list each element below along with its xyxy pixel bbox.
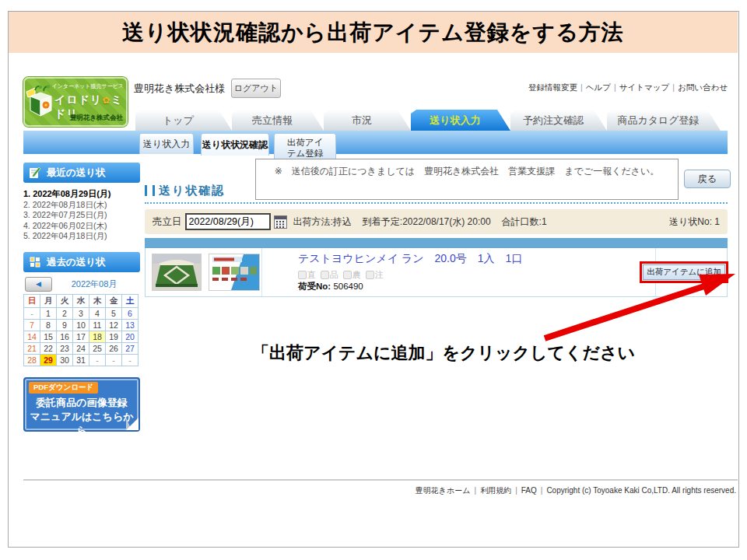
blocks-icon [29,256,41,268]
calendar-day[interactable]: 29 [40,355,57,366]
calendar-day[interactable]: 9 [57,320,73,331]
calendar-day[interactable]: 3 [73,308,89,320]
slide-title: 送り状状況確認から出荷アイテム登録をする方法 [9,12,738,53]
utility-link[interactable]: 登録情報変更 [528,82,577,92]
subtab-送り状入力[interactable]: 送り状入力 [139,133,194,154]
flag-label: 直 [307,269,316,281]
calendar-day[interactable]: 23 [57,343,73,355]
subtab-bar [23,131,728,154]
item-table-header [145,238,728,248]
logged-in-user: 豊明花き株式会社様 [134,82,225,96]
calendar-day[interactable]: 14 [24,331,40,343]
tab-市況[interactable]: 市況 [324,110,411,131]
calendar-day: - [89,355,106,366]
calendar-day[interactable]: 11 [89,320,106,331]
calendar-day[interactable]: 6 [122,308,139,320]
item-flags: 直品農注 [298,268,655,278]
footer-link[interactable]: FAQ [521,486,537,495]
note-pencil-icon [29,166,41,179]
utility-link[interactable]: サイトマップ [619,82,669,92]
footer: 豊明花きホーム|利用規約|FAQ|Copyright (c) Toyoake K… [416,485,736,496]
calendar-day[interactable]: 18 [89,331,106,343]
calendar-day[interactable]: 19 [106,331,122,343]
link-separator: | [611,82,619,92]
invoice-number: 送り状No: 1 [669,215,720,229]
instruction-annotation: 「出荷アイテムに追加」をクリックしてください [249,341,638,365]
logo-company: 豊明花き株式会社 [70,114,123,123]
flag-box-icon [298,271,307,279]
calendar-day[interactable]: 21 [24,343,40,355]
calendar-day[interactable]: 27 [122,343,139,355]
highlight-red-box: 出荷アイテムに追加 [640,261,728,283]
calendar-day[interactable]: 22 [40,343,57,355]
add-to-shipping-items-button[interactable]: 出荷アイテムに追加 [643,264,725,280]
total-count: 合計口数:1 [502,215,547,229]
item-photos-cell [146,248,262,296]
calendar-day[interactable]: 5 [106,308,122,320]
flag-label: 注 [375,269,384,281]
weekday-日: 日 [24,295,40,308]
ship-method: 出荷方法:持込 [293,215,352,229]
main-tabs: トップ売立情報市況送り状入力予約注文確認商品カタログ登録 [135,110,721,131]
calendar-day[interactable]: 17 [73,331,89,343]
calendar-day: - [24,308,40,320]
link-separator: | [577,82,586,92]
pdf-download-badge: PDFダウンロード [29,382,98,394]
footer-separator: | [511,486,521,495]
calendar-day[interactable]: 4 [89,308,106,320]
prev-month-button[interactable]: ◀ [25,277,52,292]
recent-invoices-header: 最近の送り状 [23,163,140,183]
recent-invoice-link[interactable]: 4. 2022年06月02日(木) [23,221,140,232]
logout-button[interactable]: ログアウト [231,79,281,98]
calendar-day[interactable]: 10 [73,320,89,331]
item-action-cell: 出荷アイテムに追加 [655,248,727,296]
back-button[interactable]: 戻る [684,170,731,188]
calendar-weekday-header: 日月火水木金土 [24,295,139,308]
calendar-day[interactable]: 20 [122,331,139,343]
tab-送り状入力[interactable]: 送り状入力 [411,110,510,131]
calendar-day[interactable]: 1 [40,308,57,320]
tab-商品カタログ登録[interactable]: 商品カタログ登録 [607,110,721,131]
flag-box-icon [343,271,352,279]
flag-label: 品 [330,269,338,281]
recent-invoice-link[interactable]: 3. 2022年07月25日(月) [23,210,140,221]
sale-date-input[interactable] [185,213,271,230]
tab-予約注文確認[interactable]: 予約注文確認 [510,110,607,131]
calendar-day[interactable]: 7 [24,320,40,331]
recent-invoice-link[interactable]: 2. 2022年08月18日(木) [23,200,140,211]
calendar-day[interactable]: 24 [73,343,89,355]
recent-invoice-link[interactable]: 5. 2022年04月18日(月) [23,231,140,242]
tab-売立情報[interactable]: 売立情報 [232,110,324,131]
calendar-day[interactable]: 26 [106,343,122,355]
calendar-day[interactable]: 12 [106,320,122,331]
calendar-day[interactable]: 30 [57,355,73,366]
product-photo-2 [209,254,260,291]
item-info-cell: テストヨウヒンメイ ラン 20.0号 1入 1口 直品農注 荷受No: 5064… [262,248,655,296]
tab-トップ[interactable]: トップ [135,110,232,131]
footer-separator: | [471,486,481,495]
calendar-day[interactable]: 31 [73,355,89,366]
calendar-day[interactable]: 15 [40,331,57,343]
copyright-text: Copyright (c) Toyoake Kaki Co,LTD. All r… [546,486,736,495]
calendar-day[interactable]: 25 [89,343,106,355]
subtab-送り状状況確認[interactable]: 送り状状況確認 [201,133,269,156]
utility-link[interactable]: お問い合わせ [678,82,728,92]
utility-link[interactable]: ヘルプ [586,82,611,92]
invoice-item-row: テストヨウヒンメイ ラン 20.0号 1入 1口 直品農注 荷受No: 5064… [145,248,728,297]
flag-注: 注 [366,269,384,281]
calendar-days: -123456789101112131415161718192021222324… [24,308,139,366]
recent-invoice-link[interactable]: 1. 2022年08月29日(月) [23,189,140,200]
flag-品: 品 [321,269,338,281]
footer-link[interactable]: 利用規約 [480,486,511,495]
calendar-day[interactable]: 2 [57,308,73,320]
calendar-day[interactable]: 28 [24,355,40,366]
item-name: テストヨウヒンメイ ラン 20.0号 1入 1口 [298,252,655,266]
flag-label: 農 [352,269,361,281]
utility-links: 登録情報変更|ヘルプ|サイトマップ|お問い合わせ [528,82,728,93]
footer-link[interactable]: 豊明花きホーム [416,486,471,495]
calendar-icon[interactable] [274,215,287,229]
calendar-day[interactable]: 13 [122,320,139,331]
calendar-day[interactable]: 8 [40,320,57,331]
pdf-manual-banner[interactable]: PDFダウンロード 委託商品の画像登録 マニュアルはこちらから [23,377,140,432]
calendar-day[interactable]: 16 [57,331,73,343]
